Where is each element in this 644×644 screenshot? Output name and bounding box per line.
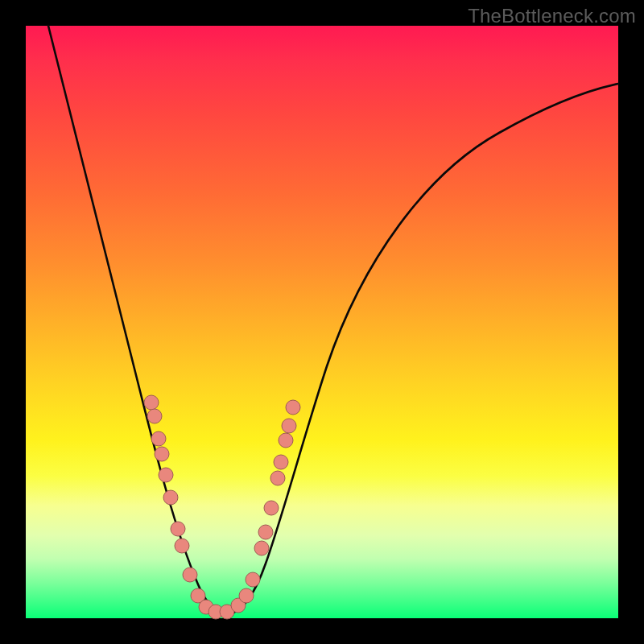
chart-gradient-background [26,26,618,618]
chart-frame: TheBottleneck.com [0,0,644,644]
watermark-text: TheBottleneck.com [468,5,636,27]
